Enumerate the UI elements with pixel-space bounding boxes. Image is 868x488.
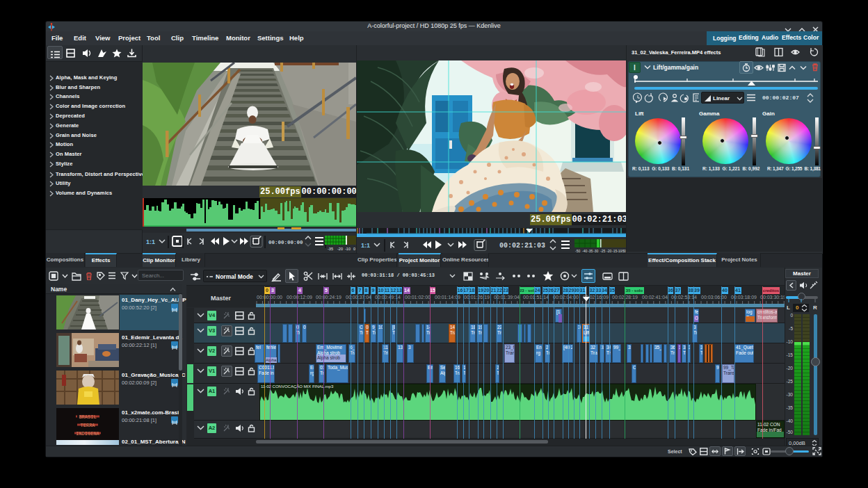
svg-text:0: 0 [353, 247, 355, 251]
svg-text:1:1: 1:1 [361, 242, 370, 249]
svg-text:-20: -20 [337, 247, 343, 251]
svg-text:1:1: 1:1 [146, 238, 155, 245]
svg-text:-10: -10 [345, 247, 351, 251]
svg-text:00:00:00:00: 00:00:00:00 [268, 240, 303, 245]
svg-text:INDIGENA: INDIGENA [76, 431, 99, 437]
svg-text:-35: -35 [328, 247, 333, 251]
svg-text:00:02:21:03: 00:02:21:03 [499, 242, 545, 250]
svg-text:BRASIL: BRASIL [79, 414, 96, 420]
svg-text:TERRA: TERRA [80, 423, 95, 428]
